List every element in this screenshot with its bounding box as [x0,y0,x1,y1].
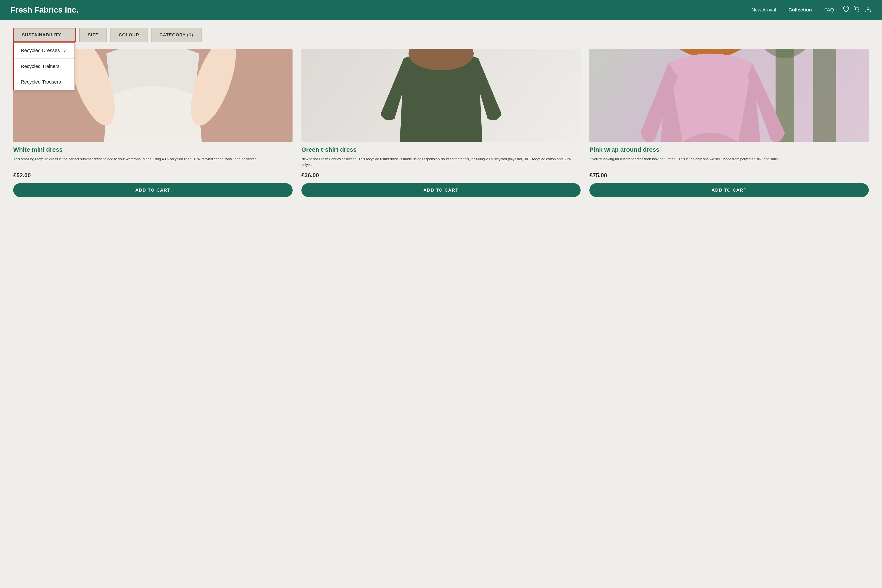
product-image-green-dress [302,49,581,142]
chevron-down-icon: ⌄ [64,33,67,38]
product-grid: White mini dress This amazing recycled d… [13,49,869,197]
product-desc-1: This amazing recycled dress is the perfe… [13,156,292,168]
product-card-pink-wrap-dress: Pink wrap around dress If you're looking… [590,49,869,197]
colour-filter-btn[interactable]: COLOUR [111,28,148,42]
size-label: SIZE [88,32,98,38]
category-filter-btn[interactable]: CATEGORY (1) [151,28,201,42]
site-header: Fresh Fabrics Inc. New Arrival Collectio… [0,0,882,20]
dropdown-option-label: Recycled Dresses [21,48,60,53]
dropdown-option-label: Recycled Trainers [21,63,60,69]
product-price-2: £36.00 [302,172,581,179]
account-icon[interactable] [865,6,872,14]
product-desc-3: If you're looking for a vibrant dress th… [590,156,869,168]
category-label: CATEGORY (1) [159,32,193,38]
checkmark-icon: ✓ [63,47,68,54]
dropdown-item-recycled-trousers[interactable]: Recycled Trousers [14,74,75,90]
product-image-bg-3 [590,49,869,142]
dropdown-option-label: Recycled Trousers [21,79,61,85]
product-image-pink-dress [590,49,869,142]
main-content: SUSTAINABILITY ⌄ Recycled Dresses ✓ Recy… [0,20,882,205]
sustainability-filter-btn[interactable]: SUSTAINABILITY ⌄ [13,28,76,42]
add-to-cart-btn-1[interactable]: ADD TO CART [13,183,292,197]
add-to-cart-btn-3[interactable]: ADD TO CART [590,183,869,197]
nav-collection[interactable]: Collection [789,7,812,13]
product-title-2: Green t-shirt dress [302,146,581,153]
nav-new-arrival[interactable]: New Arrival [752,7,776,13]
svg-point-0 [856,11,856,12]
product-price-3: £75.00 [590,172,869,179]
product-title-1: White mini dress [13,146,292,153]
add-to-cart-btn-2[interactable]: ADD TO CART [302,183,581,197]
svg-point-2 [867,7,869,9]
product-image-bg-2 [302,49,581,142]
filter-bar: SUSTAINABILITY ⌄ Recycled Dresses ✓ Recy… [13,28,869,42]
svg-point-1 [858,11,859,12]
product-desc-2: New to the Fresh Fabrics collection. Thi… [302,156,581,168]
nav-faq[interactable]: FAQ [824,7,834,13]
sustainability-dropdown: Recycled Dresses ✓ Recycled Trainers Rec… [13,42,75,90]
svg-rect-16 [813,49,836,142]
sustainability-filter-wrapper: SUSTAINABILITY ⌄ Recycled Dresses ✓ Recy… [13,28,76,42]
main-nav: New Arrival Collection FAQ [752,7,834,13]
dropdown-item-recycled-dresses[interactable]: Recycled Dresses ✓ [14,42,75,58]
colour-label: COLOUR [119,32,140,38]
size-filter-btn[interactable]: SIZE [80,28,107,42]
site-logo[interactable]: Fresh Fabrics Inc. [10,5,78,15]
product-title-3: Pink wrap around dress [590,146,869,153]
dropdown-item-recycled-trainers[interactable]: Recycled Trainers [14,58,75,74]
wishlist-icon[interactable] [843,6,849,14]
sustainability-label: SUSTAINABILITY [22,32,61,38]
product-card-green-tshirt-dress: Green t-shirt dress New to the Fresh Fab… [302,49,581,197]
cart-icon[interactable] [854,6,860,14]
header-icons [843,6,872,14]
product-price-1: £52.00 [13,172,292,179]
